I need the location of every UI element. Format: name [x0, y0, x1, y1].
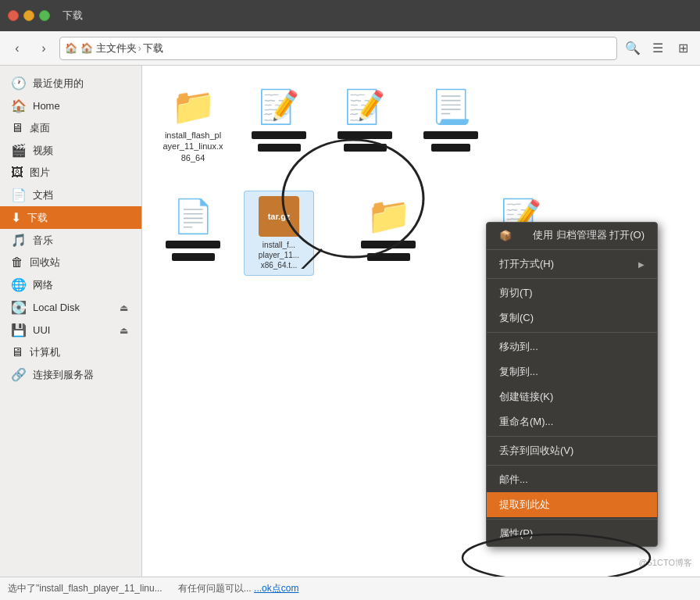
ctx-create-link[interactable]: 创建链接(K) — [487, 384, 657, 409]
grid-view-button[interactable]: ⊞ — [672, 38, 694, 59]
ctx-sep-2 — [487, 278, 657, 279]
ctx-sep-6 — [487, 519, 657, 520]
ctx-sep-3 — [487, 332, 657, 333]
toolbar-icons: 🔍 ☰ ⊞ — [622, 38, 694, 59]
localdisk-icon: 💽 — [11, 300, 27, 315]
sidebar-item-network[interactable]: 🌐 网络 — [0, 273, 141, 296]
status-bar: 选中了"install_flash_player_11_linu... 有任何问… — [0, 577, 700, 600]
sidebar-item-recent[interactable]: 🕐 最近使用的 — [0, 72, 141, 95]
doc-icon-1: 📝 — [259, 86, 299, 127]
ctx-copy[interactable]: 复制(C) — [487, 305, 657, 330]
ctx-cut[interactable]: 剪切(T) — [487, 280, 657, 305]
redacted-label-5b — [367, 253, 410, 261]
redacted-label-4 — [166, 241, 220, 248]
file-name: install_flash_player_11_linux.x86_64 — [162, 130, 223, 163]
context-menu: 📦 使用 归档管理器 打开(O) 打开方式(H) 剪切(T) 复制(C) 移动到… — [486, 222, 658, 547]
sidebar-item-trash[interactable]: 🗑 回收站 — [0, 252, 141, 273]
sidebar-item-documents[interactable]: 📄 文档 — [0, 184, 141, 206]
minimize-button[interactable]: − — [23, 10, 34, 21]
redacted-label-2b — [344, 144, 387, 152]
sidebar-item-connect[interactable]: 🔗 连接到服务器 — [0, 363, 141, 386]
uui-icon: 💾 — [11, 323, 27, 338]
sidebar-item-videos[interactable]: 🎬 视频 — [0, 139, 141, 162]
ctx-rename[interactable]: 重命名(M)... — [487, 409, 657, 434]
sidebar-item-uui[interactable]: 💾 UUI ⏏ — [0, 319, 141, 341]
toolbar: ‹ › 🏠 🏠 主文件夹 › 下载 🔍 ☰ ⊞ — [0, 31, 700, 66]
ctx-sep-4 — [487, 436, 657, 437]
redacted-label-4b — [172, 253, 215, 261]
file-item-text1[interactable]: 📃 — [416, 81, 486, 168]
sidebar-item-localdisk[interactable]: 💽 Local Disk ⏏ — [0, 296, 141, 319]
file-grid: 📁 install_flash_player_11_linux.x86_64 📝… — [142, 66, 700, 199]
redacted-label-1 — [252, 131, 306, 139]
breadcrumb: 🏠 🏠 主文件夹 › 下载 — [59, 37, 617, 60]
redacted-label-1b — [258, 144, 301, 152]
ctx-move-to[interactable]: 移动到... — [487, 334, 657, 359]
sidebar: 🕐 最近使用的 🏠 Home 🖥 桌面 🎬 视频 🖼 图片 📄 文档 ⬇ 下载 — [0, 66, 142, 577]
window-controls: × − + — [8, 10, 50, 21]
ctx-properties[interactable]: 属性(P) — [487, 521, 657, 546]
file-item-doc2[interactable]: 📝 — [330, 81, 400, 168]
sidebar-item-computer[interactable]: 🖥 计算机 — [0, 341, 141, 363]
sidebar-item-downloads[interactable]: ⬇ 下载 — [0, 206, 141, 229]
list-view-button[interactable]: ☰ — [647, 38, 669, 59]
breadcrumb-home[interactable]: 🏠 🏠 主文件夹 — [65, 41, 137, 55]
documents-icon: 📄 — [11, 188, 27, 202]
tar-file-name: install_f...player_11...x86_64.t... — [259, 240, 299, 270]
breadcrumb-separator: › — [138, 43, 141, 54]
home-icon: 🏠 — [65, 42, 77, 54]
ctx-sep-1 — [487, 249, 657, 250]
music-icon: 🎵 — [11, 233, 27, 248]
sidebar-item-pictures[interactable]: 🖼 图片 — [0, 162, 141, 184]
sidebar-item-home[interactable]: 🏠 Home — [0, 95, 141, 117]
eject-localdisk-button[interactable]: ⏏ — [116, 301, 130, 315]
home-folder-icon: 🏠 — [11, 98, 27, 113]
file-item-tar[interactable]: tar.gz install_f...player_11...x86_64.t.… — [244, 191, 314, 276]
sidebar-item-music[interactable]: 🎵 音乐 — [0, 229, 141, 252]
doc-icon-2: 📝 — [345, 86, 385, 127]
ctx-open-with[interactable]: 打开方式(H) — [487, 252, 657, 277]
tar-icon: tar.gz — [259, 196, 299, 237]
redacted-label-3b — [431, 144, 470, 152]
file-area[interactable]: 📁 install_flash_player_11_linux.x86_64 📝… — [142, 66, 700, 577]
file-item-doc1[interactable]: 📝 — [244, 81, 314, 168]
downloads-icon: ⬇ — [11, 210, 21, 225]
desktop-icon: 🖥 — [11, 121, 23, 135]
file-item-doc3[interactable]: 📄 — [158, 191, 228, 276]
pictures-icon: 🖼 — [11, 166, 23, 180]
ctx-sep-5 — [487, 465, 657, 466]
recent-icon: 🕐 — [11, 76, 27, 91]
sidebar-item-desktop[interactable]: 🖥 桌面 — [0, 117, 141, 139]
forward-button[interactable]: › — [33, 38, 55, 59]
info-text: 有任何问题可以... ...ok点com — [178, 582, 299, 595]
folder-tan-icon: 📁 — [368, 195, 409, 236]
search-button[interactable]: 🔍 — [622, 38, 644, 59]
ctx-trash[interactable]: 丢弃到回收站(V) — [487, 438, 657, 463]
connect-icon: 🔗 — [11, 367, 27, 382]
redacted-label-2 — [338, 131, 392, 139]
videos-icon: 🎬 — [11, 143, 27, 158]
ctx-email[interactable]: 邮件... — [487, 467, 657, 492]
title-bar: × − + 下载 — [0, 0, 700, 31]
eject-uui-button[interactable]: ⏏ — [116, 323, 130, 338]
ctx-open-archive[interactable]: 📦 使用 归档管理器 打开(O) — [487, 223, 657, 248]
file-item-folder2[interactable]: 📁 — [353, 191, 423, 276]
archive-icon: 📦 — [499, 230, 512, 241]
window-title: 下载 — [62, 9, 83, 23]
maximize-button[interactable]: + — [39, 10, 50, 21]
folder-orange-icon: 📁 — [173, 86, 213, 127]
file-item-flash-folder[interactable]: 📁 install_flash_player_11_linux.x86_64 — [158, 81, 228, 168]
breadcrumb-downloads[interactable]: 下载 — [143, 41, 163, 55]
watermark: @51CTO博客 — [639, 557, 692, 569]
redacted-label-5 — [361, 241, 416, 248]
network-icon: 🌐 — [11, 277, 27, 292]
close-button[interactable]: × — [8, 10, 19, 21]
trash-icon: 🗑 — [11, 255, 23, 270]
selection-status: 选中了"install_flash_player_11_linu... — [8, 582, 162, 595]
text-icon-1: 📃 — [430, 86, 471, 127]
doc-icon-3: 📄 — [173, 195, 213, 236]
ctx-copy-to[interactable]: 复制到... — [487, 359, 657, 384]
ctx-extract-here[interactable]: 提取到此处 — [487, 492, 657, 517]
back-button[interactable]: ‹ — [6, 38, 28, 59]
redacted-label-3 — [423, 131, 478, 139]
